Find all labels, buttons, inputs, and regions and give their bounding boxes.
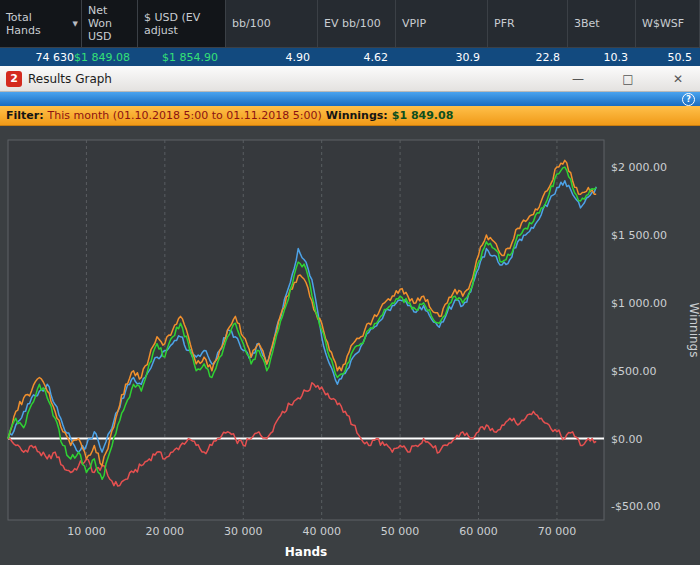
plot-area: [8, 140, 604, 520]
app-window: Total Hands▼Net Won USD$ USD (EV adjustb…: [0, 0, 700, 565]
winnings-value: $1 849.08: [392, 109, 454, 122]
column-header-label: $ USD (EV adjust: [144, 11, 211, 37]
y-tick-label: $1 000.00: [611, 297, 667, 310]
stat-value-net-won-usd: $1 849.08: [82, 48, 138, 66]
column-header-net-won-usd[interactable]: Net Won USD: [82, 0, 138, 48]
y-tick-label: $1 500.00: [611, 229, 667, 242]
stat-value-ev-bb-100: 4.62: [318, 48, 396, 66]
results-graph-chart: 10 00020 00030 00040 00050 00060 00070 0…: [0, 126, 700, 565]
column-header-ev-bb-100[interactable]: EV bb/100: [318, 0, 396, 48]
column-filter-dropdown-icon[interactable]: ▼: [73, 17, 78, 30]
column-header-bb-100[interactable]: bb/100: [226, 0, 318, 48]
column-header-label: Net Won USD: [88, 4, 123, 43]
stat-value-total-hands: 74 630: [0, 48, 82, 66]
filter-range-text: This month (01.10.2018 5:00 to 01.11.201…: [48, 109, 322, 122]
column-header-label: VPIP: [402, 17, 426, 30]
y-tick-label: $500.00: [611, 365, 657, 378]
x-tick-label: 20 000: [146, 525, 185, 538]
filter-label: Filter:: [6, 109, 44, 122]
column-header-usd-ev-adjust[interactable]: $ USD (EV adjust: [138, 0, 226, 48]
window-title: Results Graph: [28, 72, 542, 86]
column-header-pfr[interactable]: PFR: [488, 0, 568, 48]
y-tick-label: $2 000.00: [611, 161, 667, 174]
column-header-total-hands[interactable]: Total Hands▼: [0, 0, 82, 48]
stat-value-bb-100: 4.90: [226, 48, 318, 66]
x-axis-title: Hands: [285, 545, 327, 559]
x-tick-label: 10 000: [67, 525, 106, 538]
column-header-label: 3Bet: [574, 17, 600, 30]
chart-canvas: 10 00020 00030 00040 00050 00060 00070 0…: [0, 126, 700, 565]
stat-value-3bet: 10.3: [568, 48, 636, 66]
stats-header-row: Total Hands▼Net Won USD$ USD (EV adjustb…: [0, 0, 700, 48]
stat-value-pfr: 22.8: [488, 48, 568, 66]
close-button[interactable]: ✕: [664, 72, 692, 86]
y-tick-label: -$500.00: [611, 500, 660, 513]
hm2-logo-icon: 2: [6, 71, 22, 87]
stat-value-vpip: 30.9: [396, 48, 488, 66]
column-header-label: W$WSF: [642, 17, 684, 30]
stats-values-row[interactable]: 74 630$1 849.08$1 854.904.904.6230.922.8…: [0, 48, 700, 66]
column-header-vpip[interactable]: VPIP: [396, 0, 488, 48]
x-tick-label: 60 000: [459, 525, 498, 538]
maximize-button[interactable]: □: [614, 72, 642, 86]
column-header-label: EV bb/100: [324, 17, 381, 30]
stat-value-w-wsf: 50.5: [636, 48, 700, 66]
minimize-button[interactable]: —: [564, 72, 592, 86]
x-tick-label: 30 000: [224, 525, 263, 538]
column-header-label: bb/100: [232, 17, 271, 30]
help-button[interactable]: ?: [682, 93, 695, 106]
x-tick-label: 50 000: [381, 525, 420, 538]
column-header-3bet[interactable]: 3Bet: [568, 0, 636, 48]
x-tick-label: 70 000: [538, 525, 577, 538]
column-header-w-wsf[interactable]: W$WSF: [636, 0, 700, 48]
y-tick-label: $0.00: [611, 433, 643, 446]
toolbar-strip: ?: [0, 92, 700, 106]
column-header-label: PFR: [494, 17, 515, 30]
column-header-label: Total Hands: [6, 11, 67, 37]
x-tick-label: 40 000: [302, 525, 341, 538]
y-axis-title: Winnings: [687, 303, 700, 358]
filter-bar[interactable]: Filter: This month (01.10.2018 5:00 to 0…: [0, 106, 700, 126]
winnings-label: Winnings:: [326, 109, 388, 122]
stat-value-usd-ev-adjust: $1 854.90: [138, 48, 226, 66]
window-titlebar: 2 Results Graph — □ ✕: [0, 66, 700, 92]
